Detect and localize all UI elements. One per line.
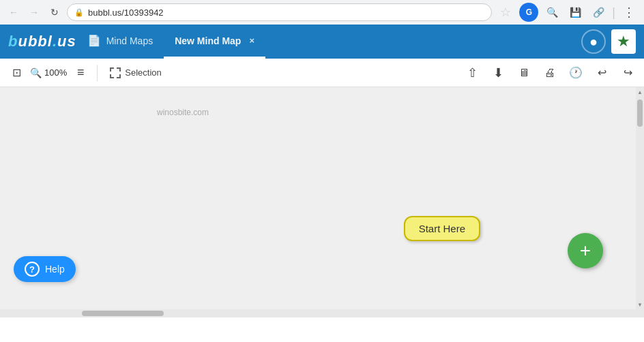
hamburger-icon: ≡ xyxy=(77,65,85,80)
new-mind-map-tab[interactable]: New Mind Map × xyxy=(164,25,265,59)
bookmark-icon[interactable]: ☆ xyxy=(496,3,515,22)
help-icon: ? xyxy=(25,262,40,277)
selection-icon xyxy=(110,67,121,78)
star-button[interactable]: ★ xyxy=(611,29,636,54)
app-nav-tabs: 📄 Mind Maps New Mind Map × xyxy=(76,25,265,59)
add-node-button[interactable]: + xyxy=(568,233,603,268)
vertical-scrollbar[interactable]: ▲ ▼ xyxy=(636,87,644,309)
canvas-wrapper: winosbite.com Start Here + ? Help ▲ ▼ xyxy=(0,87,644,317)
history-icon: 🕐 xyxy=(569,66,583,79)
mind-maps-tab-label: Mind Maps xyxy=(106,35,153,46)
star-icon: ★ xyxy=(617,33,630,50)
mind-maps-tab-icon: 📄 xyxy=(87,34,101,47)
help-circle-button[interactable]: ● xyxy=(581,29,606,54)
redo-button[interactable]: ↪ xyxy=(618,63,637,82)
app-logo: bubbl.us xyxy=(8,33,76,50)
reload-button[interactable]: ↻ xyxy=(46,4,63,20)
download-button[interactable]: ⬇ xyxy=(488,63,508,82)
zoom-icon: 🔍 xyxy=(30,67,42,78)
share-icon: ⇧ xyxy=(467,65,478,80)
history-button[interactable]: 🕐 xyxy=(566,63,585,82)
start-here-label: Start Here xyxy=(419,223,465,234)
extensions-g[interactable]: G xyxy=(519,3,538,22)
toolbar-divider xyxy=(97,65,98,81)
menu-icon-button[interactable]: ≡ xyxy=(71,63,90,82)
horizontal-scrollbar[interactable] xyxy=(0,309,644,317)
selection-label: Selection xyxy=(125,67,161,78)
watermark: winosbite.com xyxy=(157,108,209,117)
zoom-display: 🔍 100% xyxy=(30,67,67,78)
fit-screen-button[interactable]: ⊡ xyxy=(7,63,26,82)
scroll-thumb-horizontal[interactable] xyxy=(82,311,164,316)
canvas-area[interactable]: winosbite.com Start Here + ? Help ▲ ▼ xyxy=(0,87,644,309)
back-button[interactable]: ← xyxy=(5,4,22,20)
mind-maps-tab[interactable]: 📄 Mind Maps xyxy=(76,25,164,59)
scroll-down-arrow[interactable]: ▼ xyxy=(636,300,644,309)
undo-button[interactable]: ↩ xyxy=(592,63,611,82)
zoom-level: 100% xyxy=(44,67,67,78)
extensions-search[interactable]: 🔍 xyxy=(542,3,561,22)
browser-address-bar: ← → ↻ 🔒 bubbl.us/10393942 ☆ G 🔍 💾 🔗 | ⋮ xyxy=(0,0,644,25)
toolbar-left: ⊡ 🔍 100% ≡ Selection xyxy=(7,63,460,82)
share-button[interactable]: ⇧ xyxy=(463,63,482,82)
print-icon: 🖨 xyxy=(544,67,555,79)
toolbar-right: ⇧ ⬇ 🖥 🖨 🕐 ↩ ↪ xyxy=(463,63,637,82)
forward-button[interactable]: → xyxy=(26,4,42,20)
monitor-icon: 🖥 xyxy=(518,67,529,79)
print-button[interactable]: 🖨 xyxy=(540,63,559,82)
scroll-up-arrow[interactable]: ▲ xyxy=(636,87,644,97)
divider-sep: | xyxy=(612,5,615,20)
tab-close-button[interactable]: × xyxy=(249,35,254,46)
help-button[interactable]: ? Help xyxy=(14,256,76,282)
extensions-save[interactable]: 💾 xyxy=(566,3,585,22)
selection-tool-button[interactable]: Selection xyxy=(104,66,166,80)
toolbar: ⊡ 🔍 100% ≡ Selection ⇧ ⬇ 🖥 🖨 🕐 xyxy=(0,59,644,87)
scroll-thumb-vertical[interactable] xyxy=(637,99,643,127)
address-bar[interactable]: 🔒 bubbl.us/10393942 xyxy=(67,3,492,21)
start-here-node[interactable]: Start Here xyxy=(404,216,480,241)
new-tab-label: New Mind Map xyxy=(175,35,241,46)
lock-icon: 🔒 xyxy=(74,8,84,17)
help-label: Help xyxy=(45,264,65,275)
header-actions: ● ★ xyxy=(581,29,636,54)
redo-icon: ↪ xyxy=(624,66,632,79)
app-header: bubbl.us 📄 Mind Maps New Mind Map × ● ★ xyxy=(0,25,644,59)
add-icon: + xyxy=(580,240,591,262)
presentation-button[interactable]: 🖥 xyxy=(514,63,533,82)
download-icon: ⬇ xyxy=(493,65,503,80)
fit-screen-icon: ⊡ xyxy=(12,66,21,79)
address-text: bubbl.us/10393942 xyxy=(88,7,484,18)
extensions-link[interactable]: 🔗 xyxy=(589,3,608,22)
help-circle-icon: ● xyxy=(589,34,598,50)
undo-icon: ↩ xyxy=(598,66,606,79)
chrome-menu[interactable]: ⋮ xyxy=(619,3,639,22)
